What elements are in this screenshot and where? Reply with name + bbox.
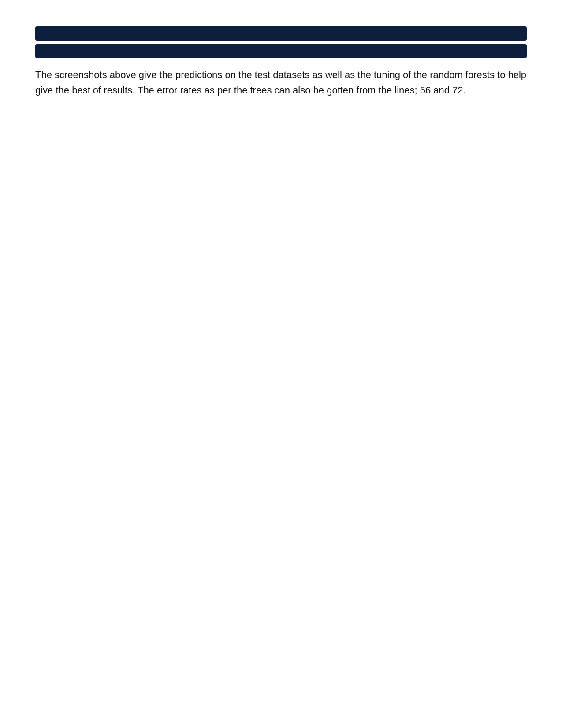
code-block-2	[35, 44, 527, 58]
description-text: The screenshots above give the predictio…	[35, 67, 527, 98]
code-block-1	[35, 26, 527, 41]
